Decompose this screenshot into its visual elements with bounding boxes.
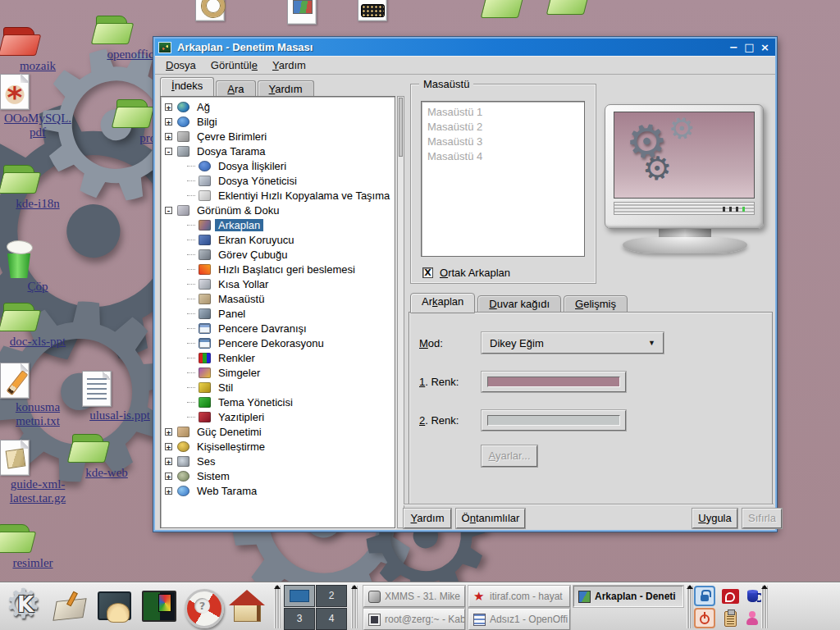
tray-icon-user[interactable] — [742, 608, 763, 629]
launcher-help-center[interactable] — [181, 586, 222, 628]
task-button-arkaplan-deneti[interactable]: Arkaplan - Deneti — [573, 586, 683, 607]
desktop-icon-partial[interactable] — [358, 0, 433, 23]
desktop-icon-guide-xml-latest-tar-gz[interactable]: guide-xml-latest.tar.gz — [0, 440, 75, 505]
tray-icon-clipboard[interactable] — [719, 608, 741, 629]
tree-item-masaüstü[interactable]: Masaüstü — [161, 291, 395, 306]
tree-item-dosya-tarama[interactable]: -Dosya Tarama — [161, 144, 395, 158]
tree-item-stil[interactable]: Stil — [161, 380, 395, 395]
tree-item-güç-denetimi[interactable]: +Güç Denetimi — [161, 424, 395, 439]
color1-button[interactable] — [482, 372, 626, 392]
tree-item-arkaplan[interactable]: Arkaplan — [161, 217, 395, 232]
tab-i-ndeks[interactable]: İndeks — [160, 77, 214, 96]
launcher-home-folder[interactable] — [226, 586, 267, 628]
tree-item-görünüm-doku[interactable]: -Görünüm & Doku — [161, 203, 395, 217]
tab-yardım[interactable]: Yardım — [258, 80, 314, 96]
tree-item-pencere-davranışı[interactable]: Pencere Davranışı — [161, 321, 395, 336]
desktop-icon-mozaik[interactable]: mozaik — [0, 25, 75, 73]
maximize-button[interactable]: □ — [742, 40, 756, 54]
task-button-root-zerg-kab[interactable]: root@zerg:~ - Kab — [363, 609, 465, 630]
menu-item-görüntüle[interactable]: Görüntüle — [203, 57, 265, 74]
desktop-icon-partial[interactable] — [195, 0, 271, 23]
tree-item-simgeler[interactable]: Simgeler — [161, 365, 395, 380]
desktop-icon-resimler[interactable]: resimler — [0, 522, 71, 570]
minimize-button[interactable]: − — [727, 40, 741, 54]
task-button-adsız1-openoffi[interactable]: Adsız1 - OpenOffi — [468, 609, 570, 630]
tray-icon-red-badge[interactable] — [719, 586, 741, 607]
applet-handle[interactable] — [761, 586, 768, 628]
desktop-icon-konusma-metni-txt[interactable]: konusmametni.txt — [0, 363, 75, 428]
desktop-icon-ulusal-is-ppt[interactable]: ulusal-is.ppt — [82, 371, 158, 422]
common-background-checkbox[interactable]: X Ortak Arkaplan — [422, 267, 510, 279]
tree-toggle[interactable]: + — [165, 133, 172, 140]
tree-item-dosya-i-lişkileri[interactable]: Dosya İlişkileri — [161, 158, 395, 173]
desktop-icon-kde-i18n[interactable]: kde-i18n — [0, 162, 75, 211]
tree-toggle[interactable]: - — [165, 148, 172, 155]
close-button[interactable]: × — [758, 40, 772, 54]
desktop-icon-doc-xls-ppt[interactable]: doc-xls-ppt — [0, 300, 75, 349]
pager-cell-2[interactable]: 2 — [316, 585, 347, 607]
tree-item-eklentiyi-hızlı-kopyalama-ve-taşıma[interactable]: Eklentiyi Hızlı Kopyalama ve Taşıma — [161, 188, 395, 203]
desktop-icon-kde-web[interactable]: kde-web — [69, 431, 144, 480]
desktop-icon-ooomysql-pdf[interactable]: OOoMySQL.pdf — [0, 74, 75, 139]
tree-toggle[interactable]: + — [165, 472, 172, 480]
pager-cell-1[interactable] — [284, 585, 315, 607]
applet-handle[interactable] — [687, 586, 693, 628]
tree-item-panel[interactable]: Panel — [161, 306, 395, 321]
help-button[interactable]: Yardım — [404, 509, 451, 528]
tree-toggle[interactable]: + — [165, 458, 172, 465]
tab-gelişmiş[interactable]: Gelişmiş — [564, 295, 628, 313]
launcher-control-center[interactable] — [137, 586, 178, 628]
task-button-itiraf-com-hayat[interactable]: ★itiraf.com - hayat — [468, 586, 570, 607]
tree-item-hızlı-başlatıcı-geri-beslemesi[interactable]: Hızlı Başlatıcı geri beslemesi — [161, 262, 395, 276]
tree-item-bilgi[interactable]: +Bilgi — [161, 114, 395, 129]
applet-handle[interactable] — [351, 586, 358, 628]
window-titlebar[interactable]: Arkaplan - Denetim Masası −□× — [155, 39, 775, 56]
desktop-icon-çöp[interactable]: Çöp — [0, 240, 75, 294]
tree-item-sistem[interactable]: +Sistem — [161, 468, 395, 483]
tree-item-yazıtipleri[interactable]: Yazıtipleri — [161, 409, 395, 424]
tree-item-ağ[interactable]: +Ağ — [161, 99, 395, 114]
desktop-icon-partial[interactable] — [548, 0, 623, 18]
kmenu-button[interactable]: ⚙ K — [5, 586, 46, 628]
tree-item-çevre-birimleri[interactable]: +Çevre Birimleri — [161, 129, 395, 144]
pager-cell-4[interactable]: 4 — [316, 608, 347, 630]
tree-toggle[interactable]: + — [165, 118, 172, 126]
tree-item-ses[interactable]: +Ses — [161, 454, 395, 468]
task-button-xmms-31-mike[interactable]: XMMS - 31. Mike — [363, 586, 465, 607]
tree-scrollbar[interactable] — [397, 96, 404, 528]
tree-item-renkler[interactable]: Renkler — [161, 350, 395, 365]
tree-toggle[interactable]: + — [165, 443, 172, 450]
tab-duvar-kağıdı[interactable]: Duvar kağıdı — [477, 295, 561, 313]
tree-item-görev-çubuğu[interactable]: Görev Çubuğu — [161, 247, 395, 262]
tree-item-kısa-yollar[interactable]: Kısa Yollar — [161, 276, 395, 291]
checkbox-box[interactable]: X — [422, 267, 433, 278]
tray-icon-coffee-mug[interactable] — [742, 586, 763, 607]
launcher-desktop-access[interactable] — [49, 586, 90, 628]
tree-item-kişiselleştirme[interactable]: +Kişiselleştirme — [161, 439, 395, 454]
tree-item-web-tarama[interactable]: +Web Tarama — [161, 483, 395, 498]
menu-item-yardım[interactable]: Yardım — [265, 57, 313, 74]
tree-item-dosya-yöneticisi[interactable]: Dosya Yöneticisi — [161, 173, 395, 188]
tab-ara[interactable]: Ara — [216, 80, 255, 96]
tree-item-ekran-koruyucu[interactable]: Ekran Koruyucu — [161, 232, 395, 247]
tree-toggle[interactable]: + — [165, 103, 172, 111]
lock-session-button[interactable] — [694, 586, 715, 606]
menu-item-dosya[interactable]: Dosya — [158, 57, 203, 74]
tab-arkaplan[interactable]: Arkaplan — [410, 293, 475, 313]
defaults-button[interactable]: Öntanımlılar — [456, 509, 525, 528]
desktop-icon-partial[interactable] — [287, 0, 363, 26]
launcher-konsole[interactable] — [93, 586, 134, 628]
tree-toggle[interactable]: + — [165, 487, 172, 495]
tree-scrollbar-thumb[interactable] — [399, 98, 403, 157]
window-icon[interactable] — [158, 42, 171, 53]
tree-toggle[interactable]: + — [165, 428, 172, 436]
tree-item-pencere-dekorasyonu[interactable]: Pencere Dekorasyonu — [161, 336, 395, 350]
pager-cell-3[interactable]: 3 — [284, 608, 315, 630]
logout-button[interactable] — [694, 608, 715, 628]
apply-button[interactable]: Uygula — [692, 509, 737, 528]
applet-handle[interactable] — [274, 586, 281, 628]
mode-dropdown[interactable]: Dikey Eğim ▼ — [482, 332, 664, 354]
tree-toggle[interactable]: - — [165, 207, 172, 214]
color2-button[interactable] — [482, 410, 626, 431]
tree-item-tema-yöneticisi[interactable]: Tema Yöneticisi — [161, 395, 395, 409]
